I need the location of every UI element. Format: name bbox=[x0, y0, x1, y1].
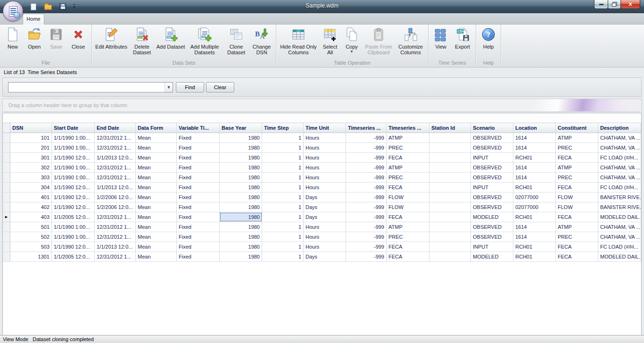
application-menu-button[interactable] bbox=[3, 1, 23, 21]
view-button[interactable]: View bbox=[431, 26, 451, 50]
table-cell[interactable]: Mean bbox=[136, 202, 177, 212]
table-cell[interactable]: Hours bbox=[304, 232, 346, 242]
table-cell[interactable]: Fixed bbox=[177, 212, 220, 222]
column-header-variable-ti-4[interactable]: Variable Ti... bbox=[177, 123, 220, 133]
table-cell[interactable]: FLOW bbox=[556, 202, 598, 212]
table-cell[interactable] bbox=[429, 202, 471, 212]
table-row[interactable]: 5011/1/1990 1:00...12/31/2012 1...MeanFi… bbox=[3, 222, 641, 232]
table-cell[interactable]: MODELED DAIL... bbox=[598, 212, 641, 222]
table-cell[interactable]: 1980 bbox=[220, 202, 262, 212]
quick-open-button[interactable] bbox=[44, 2, 52, 11]
table-row[interactable]: 1011/1/1990 1:00...12/31/2012 1...MeanFi… bbox=[3, 133, 641, 143]
table-cell[interactable]: Hours bbox=[304, 143, 346, 152]
column-header-scenario-11[interactable]: Scenario bbox=[471, 123, 513, 133]
table-cell[interactable]: Mean bbox=[136, 133, 177, 142]
table-cell[interactable]: INPUT bbox=[471, 242, 513, 251]
table-cell[interactable]: 403 bbox=[10, 212, 52, 222]
table-cell[interactable]: 1980 bbox=[220, 143, 262, 152]
table-cell[interactable]: FECA bbox=[556, 153, 598, 162]
table-cell[interactable]: INPUT bbox=[471, 153, 513, 162]
open-button[interactable]: Open bbox=[24, 26, 45, 50]
table-row[interactable]: 5021/1/1990 1:00...12/31/2012 1...MeanFi… bbox=[3, 232, 641, 242]
table-cell[interactable]: 503 bbox=[10, 242, 52, 251]
table-cell[interactable]: Fixed bbox=[177, 133, 220, 142]
table-cell[interactable] bbox=[429, 252, 471, 261]
table-cell[interactable]: FC LOAD (#/H... bbox=[598, 153, 641, 162]
table-cell[interactable]: -999 bbox=[346, 242, 387, 251]
table-cell[interactable]: OBSERVED bbox=[471, 192, 513, 202]
table-cell[interactable]: RCH01 bbox=[513, 242, 556, 251]
table-cell[interactable]: FECA bbox=[387, 183, 429, 192]
table-cell[interactable]: ATMP bbox=[387, 133, 429, 142]
table-cell[interactable]: -999 bbox=[346, 183, 387, 192]
column-header-time-unit-7[interactable]: Time Unit bbox=[304, 123, 346, 133]
table-cell[interactable]: ATMP bbox=[556, 222, 598, 232]
chevron-down-icon[interactable]: ▼ bbox=[165, 83, 173, 92]
table-cell[interactable]: OBSERVED bbox=[471, 222, 513, 232]
clear-button[interactable]: Clear bbox=[206, 82, 234, 92]
delete-dataset-button[interactable]: Delete Dataset bbox=[129, 26, 155, 56]
table-cell[interactable]: 1 bbox=[262, 173, 304, 182]
table-cell[interactable]: CHATHAM, VA ... bbox=[598, 222, 641, 232]
column-header-timeseries-8[interactable]: Timeseries ... bbox=[346, 123, 387, 133]
table-cell[interactable] bbox=[429, 173, 471, 182]
table-cell[interactable]: 1/1/1990 1:00... bbox=[52, 133, 95, 142]
table-cell[interactable]: 401 bbox=[10, 192, 52, 202]
table-cell[interactable]: Hours bbox=[304, 163, 346, 172]
quick-new-button[interactable] bbox=[29, 2, 38, 11]
edit-attributes-button[interactable]: Edit Attributes bbox=[94, 26, 128, 50]
table-cell[interactable]: FC LOAD (#/H... bbox=[598, 183, 641, 192]
table-cell[interactable]: 1/1/1990 12:0... bbox=[52, 202, 95, 212]
restore-button[interactable] bbox=[608, 0, 621, 9]
table-row[interactable]: 3031/1/1990 1:00...12/31/2012 1...MeanFi… bbox=[3, 173, 641, 183]
table-cell[interactable]: FECA bbox=[387, 153, 429, 162]
table-row[interactable]: 4011/1/1990 12:0...1/2/2006 12:0...MeanF… bbox=[3, 192, 641, 202]
new-button[interactable]: New bbox=[2, 26, 23, 50]
close-window-button[interactable]: × bbox=[620, 0, 640, 9]
table-cell[interactable]: PREC bbox=[556, 232, 598, 242]
table-cell[interactable]: 1/1/2005 12:0... bbox=[52, 252, 95, 261]
table-cell[interactable]: Mean bbox=[136, 153, 177, 162]
table-cell[interactable]: 1 bbox=[262, 163, 304, 172]
table-row[interactable]: ▶4031/1/2005 12:0...12/31/2012 1...MeanF… bbox=[3, 212, 641, 222]
table-cell[interactable]: -999 bbox=[346, 202, 387, 212]
table-cell[interactable]: Fixed bbox=[177, 143, 220, 152]
table-cell[interactable]: 1 bbox=[262, 133, 304, 142]
table-cell[interactable]: Mean bbox=[136, 163, 177, 172]
table-cell[interactable]: 303 bbox=[10, 173, 52, 182]
column-header-station-id-10[interactable]: Station Id bbox=[429, 123, 471, 133]
table-cell[interactable]: ATMP bbox=[556, 133, 598, 142]
table-cell[interactable]: CHATHAM, VA ... bbox=[598, 143, 641, 152]
column-header-end-date-2[interactable]: End Date bbox=[95, 123, 136, 133]
table-cell[interactable] bbox=[429, 163, 471, 172]
table-cell[interactable]: 1/1/2013 12:0... bbox=[95, 242, 136, 251]
table-cell[interactable]: Mean bbox=[136, 192, 177, 202]
table-cell[interactable]: FECA bbox=[556, 212, 598, 222]
table-cell[interactable]: OBSERVED bbox=[471, 202, 513, 212]
table-cell[interactable]: OBSERVED bbox=[471, 163, 513, 172]
table-cell[interactable] bbox=[429, 143, 471, 152]
table-cell[interactable]: 1/1/1990 12:0... bbox=[52, 153, 95, 162]
change-dsn-button[interactable]: BA Change DSN bbox=[250, 26, 273, 56]
table-cell[interactable]: Hours bbox=[304, 133, 346, 142]
column-header-timeseries-9[interactable]: Timeseries ... bbox=[387, 123, 429, 133]
table-cell[interactable]: -999 bbox=[346, 252, 387, 261]
table-cell[interactable]: 1 bbox=[262, 242, 304, 251]
table-cell[interactable] bbox=[429, 153, 471, 162]
hide-read-only-columns-button[interactable]: Hide Read Only Columns bbox=[279, 26, 318, 56]
table-row[interactable]: 2011/1/1990 1:00...12/31/2012 1...MeanFi… bbox=[3, 143, 641, 153]
table-cell[interactable]: RCH01 bbox=[513, 153, 556, 162]
table-cell[interactable]: Fixed bbox=[177, 173, 220, 182]
table-cell[interactable]: ATMP bbox=[556, 163, 598, 172]
column-header-base-year-5[interactable]: Base Year bbox=[220, 123, 262, 133]
table-cell[interactable]: 1614 bbox=[513, 143, 556, 152]
table-cell[interactable]: 1980 bbox=[220, 242, 262, 251]
table-cell[interactable]: 1980 bbox=[220, 153, 262, 162]
export-button[interactable]: CSV Export bbox=[452, 26, 473, 50]
table-cell[interactable]: 1980 bbox=[220, 163, 262, 172]
table-cell[interactable]: Fixed bbox=[177, 202, 220, 212]
table-cell[interactable]: 1/2/2006 12:0... bbox=[95, 192, 136, 202]
table-cell[interactable]: 1614 bbox=[513, 232, 556, 242]
column-header-start-date-1[interactable]: Start Date bbox=[52, 123, 95, 133]
table-cell[interactable]: FECA bbox=[387, 212, 429, 222]
